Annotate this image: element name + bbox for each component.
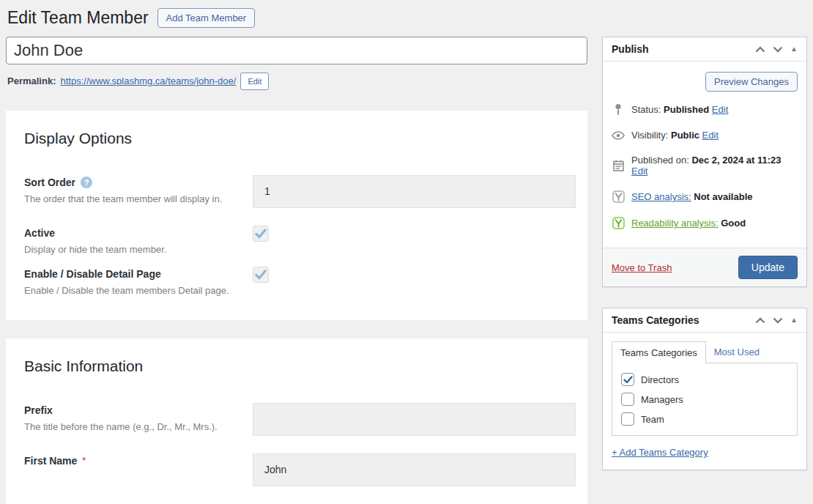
prefix-label: Prefix <box>24 404 253 416</box>
publishing-actions: Move to Trash Update <box>603 248 806 286</box>
first-name-label: First Name <box>24 455 77 467</box>
active-checkbox[interactable] <box>253 226 269 242</box>
sort-order-field-row: Sort Order ? The order that the team mem… <box>24 175 575 208</box>
status-label: Status: <box>631 104 661 115</box>
visibility-label: Visibility: <box>631 130 668 141</box>
status-value: Published <box>664 104 709 115</box>
seo-analysis-value: Not available <box>694 191 752 202</box>
check-icon <box>255 270 267 280</box>
first-name-field-row: First Name * <box>24 453 575 486</box>
check-icon <box>623 376 633 384</box>
category-item-directors[interactable]: Directors <box>621 373 788 386</box>
teams-categories-title: Teams Categories <box>612 314 699 326</box>
basic-information-heading: Basic Information <box>24 357 575 375</box>
published-on-label: Published on: <box>631 155 689 166</box>
detail-page-field-row: Enable / Disable Detail Page Enable / Di… <box>24 267 575 298</box>
readability-analysis-row: Readability analysis: Good <box>612 217 798 229</box>
sort-order-description: The order that the team member will disp… <box>24 193 253 207</box>
main-column: Edit Team Member Add Team Member Permali… <box>6 6 587 504</box>
eye-icon <box>612 131 625 140</box>
add-teams-category-link[interactable]: + Add Teams Category <box>612 447 708 458</box>
publish-box-title: Publish <box>612 43 649 55</box>
permalink-edit-button[interactable]: Edit <box>240 73 269 90</box>
sidebar: Publish ▲ Preview Changes <box>602 37 807 470</box>
page-title: Edit Team Member <box>7 7 149 29</box>
detail-page-label: Enable / Disable Detail Page <box>24 268 253 280</box>
teams-categories-box: Teams Categories ▲ Teams Categories Most… <box>602 308 807 470</box>
status-row: Status: Published Edit <box>612 103 798 116</box>
post-title-input[interactable] <box>6 37 587 64</box>
move-up-icon[interactable] <box>755 46 765 53</box>
readability-analysis-value: Good <box>721 218 746 229</box>
published-on-value: Dec 2, 2024 at 11:23 <box>691 155 781 166</box>
publish-box: Publish ▲ Preview Changes <box>602 37 807 287</box>
yoast-readability-icon <box>612 217 625 229</box>
category-item-managers[interactable]: Managers <box>621 393 788 406</box>
permalink-link[interactable]: https://www.splashmg.ca/teams/john-doe/ <box>60 75 236 86</box>
detail-page-description: Enable / Disable the team members Detail… <box>24 284 253 298</box>
teams-categories-header: Teams Categories ▲ <box>603 308 806 333</box>
publish-box-body: Preview Changes Status: Published Edit <box>603 62 806 248</box>
prefix-field-row: Prefix The title before the name (e.g., … <box>24 403 575 436</box>
sort-order-input[interactable] <box>253 175 576 208</box>
active-label: Active <box>24 227 253 239</box>
first-name-input[interactable] <box>253 453 576 486</box>
pin-icon <box>612 103 625 116</box>
active-field-row: Active Display or hide the team member. <box>24 226 575 257</box>
calendar-icon <box>612 160 625 171</box>
help-icon[interactable]: ? <box>81 177 92 188</box>
tab-teams-categories[interactable]: Teams Categories <box>612 341 706 363</box>
managers-checkbox[interactable] <box>621 393 634 406</box>
display-options-card: Display Options Sort Order ? The order t… <box>6 111 587 320</box>
check-icon <box>255 229 267 239</box>
permalink-label: Permalink: <box>7 75 56 86</box>
category-label: Directors <box>641 374 679 385</box>
page-header: Edit Team Member Add Team Member <box>7 7 587 29</box>
visibility-edit-link[interactable]: Edit <box>702 130 719 141</box>
category-checklist: Directors Managers Team <box>612 363 798 436</box>
teams-categories-body: Teams Categories Most Used Directors <box>603 333 806 470</box>
collapse-toggle-icon[interactable]: ▲ <box>790 316 798 324</box>
readability-analysis-link[interactable]: Readability analysis: <box>631 218 719 229</box>
published-on-edit-link[interactable]: Edit <box>631 166 647 177</box>
directors-checkbox[interactable] <box>621 373 634 386</box>
team-checkbox[interactable] <box>621 412 634 426</box>
seo-analysis-link[interactable]: SEO analysis: <box>631 191 691 202</box>
prefix-input[interactable] <box>253 403 576 436</box>
basic-information-card: Basic Information Prefix The title befor… <box>6 338 587 504</box>
visibility-value: Public <box>671 130 699 141</box>
tab-most-used[interactable]: Most Used <box>706 341 768 363</box>
update-button[interactable]: Update <box>738 256 798 279</box>
prefix-description: The title before the name (e.g., Dr., Mr… <box>24 420 253 434</box>
sort-order-label: Sort Order <box>24 177 75 188</box>
edit-team-member-page: Edit Team Member Add Team Member Permali… <box>0 0 813 504</box>
display-options-heading: Display Options <box>24 130 575 147</box>
visibility-row: Visibility: Public Edit <box>612 130 798 141</box>
publish-box-header: Publish ▲ <box>603 37 806 62</box>
category-label: Team <box>641 414 664 425</box>
move-to-trash-link[interactable]: Move to Trash <box>612 262 672 273</box>
yoast-seo-icon <box>612 190 625 203</box>
category-item-team[interactable]: Team <box>621 412 788 426</box>
detail-page-checkbox[interactable] <box>253 267 269 283</box>
status-edit-link[interactable]: Edit <box>712 104 728 115</box>
move-down-icon[interactable] <box>773 46 783 53</box>
required-marker: * <box>82 455 86 466</box>
preview-changes-button[interactable]: Preview Changes <box>705 72 798 92</box>
category-label: Managers <box>641 394 683 405</box>
category-tabs: Teams Categories Most Used <box>612 341 798 363</box>
seo-analysis-row: SEO analysis: Not available <box>612 190 798 203</box>
add-team-member-button[interactable]: Add Team Member <box>157 8 256 28</box>
collapse-toggle-icon[interactable]: ▲ <box>790 45 798 53</box>
published-on-row: Published on: Dec 2, 2024 at 11:23 Edit <box>612 155 798 177</box>
active-description: Display or hide the team member. <box>24 243 253 257</box>
move-down-icon[interactable] <box>773 317 783 324</box>
move-up-icon[interactable] <box>755 317 765 324</box>
permalink-row: Permalink: https://www.splashmg.ca/teams… <box>7 73 587 90</box>
